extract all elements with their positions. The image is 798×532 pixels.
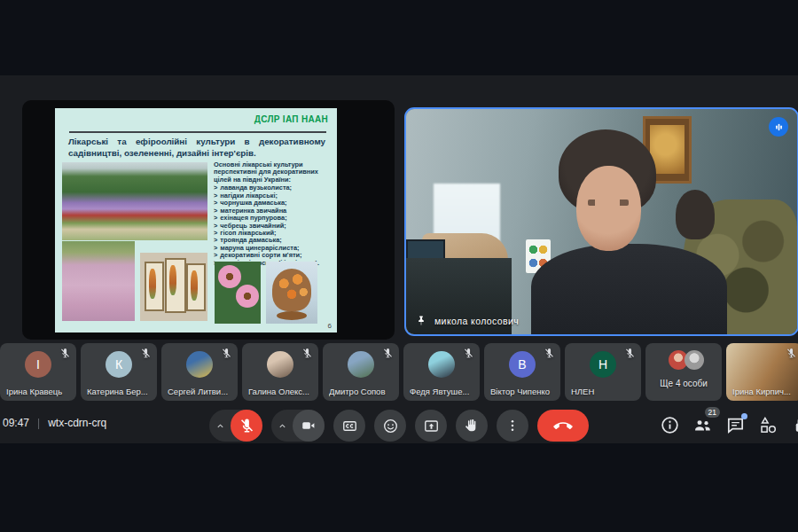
mic-off-icon xyxy=(463,348,474,359)
mic-mute-button[interactable] xyxy=(231,410,262,442)
call-controls xyxy=(209,410,589,442)
mic-off-icon xyxy=(786,348,797,359)
slide-org-heading: ДСЛР ІАП НААН xyxy=(254,114,328,124)
control-bar: 09:47 | wtx-cdrn-crq xyxy=(0,406,798,443)
slide-title: Лікарські та ефіроолійні культури в деко… xyxy=(68,137,325,159)
participant-name: Федя Явтуше... xyxy=(410,387,476,396)
avatar: В xyxy=(509,351,536,378)
avatar: Н xyxy=(590,351,616,378)
slide-photo-flower-path xyxy=(62,241,135,321)
participant-name: Ще 4 особи xyxy=(645,379,722,388)
participant-tile[interactable]: Дмитро Сопов xyxy=(323,343,399,401)
chat-notification-dot xyxy=(741,413,747,419)
participant-name: Катерина Бер... xyxy=(87,387,153,396)
avatar: К xyxy=(106,351,132,378)
slide-bullet-list: >лаванда вузьколиста;>нагідки лікарські;… xyxy=(214,184,329,267)
mic-off-icon xyxy=(221,348,232,359)
video-speaker-eyes xyxy=(588,200,629,207)
participant-tile[interactable]: І Ірина Кравець xyxy=(0,343,76,401)
slide-divider xyxy=(69,131,326,133)
meet-window: м микола колосович (Презентація) ДСЛР ІА… xyxy=(0,0,798,532)
slide-photo-garden xyxy=(62,162,207,240)
right-toolbar: 21 xyxy=(660,415,798,435)
mic-off-icon xyxy=(624,348,636,359)
participants-strip: І Ірина Кравець К Катерина Бер... Сергей… xyxy=(0,343,798,401)
pinned-name: микола колосович xyxy=(434,316,519,326)
slide-photo-framed-herbaria xyxy=(140,253,207,321)
mic-off-icon xyxy=(59,348,71,359)
avatar xyxy=(428,351,455,378)
participant-tile[interactable]: Ще 4 особи xyxy=(645,343,722,401)
camera-options-chevron[interactable] xyxy=(271,410,293,442)
info-icon xyxy=(660,415,680,435)
camera-control-group xyxy=(271,410,325,442)
participant-tile[interactable]: В Віктор Чипенко xyxy=(484,343,560,401)
meeting-info: 09:47 | wtx-cdrn-crq xyxy=(3,417,106,429)
participant-name: Галина Олекс... xyxy=(248,387,315,396)
avatar xyxy=(685,350,704,370)
participant-tile[interactable]: Галина Олекс... xyxy=(242,343,318,401)
pinned-name-overlay: микола колосович xyxy=(415,315,519,327)
audio-wave-icon xyxy=(772,121,786,134)
end-call-button[interactable] xyxy=(537,410,589,442)
slide-bullet-column: Основні лікарські культури перспективні … xyxy=(214,161,329,267)
activities-icon xyxy=(758,415,778,435)
more-options-button[interactable] xyxy=(497,410,528,442)
mic-off-icon xyxy=(382,348,394,359)
participant-name: Ірина Кравець xyxy=(6,387,73,396)
participant-name: Сергей Литви... xyxy=(168,387,234,396)
mic-off-icon xyxy=(544,348,555,359)
mic-off-icon xyxy=(301,348,313,359)
clock: 09:47 xyxy=(3,417,29,429)
video-second-person-head xyxy=(676,190,715,239)
chat-button[interactable] xyxy=(725,415,746,435)
participant-name: Ірина Кирпич... xyxy=(732,387,798,396)
mic-options-chevron[interactable] xyxy=(209,410,231,442)
video-speaker-body xyxy=(531,244,727,336)
camera-button[interactable] xyxy=(293,410,325,442)
pinned-video-tile[interactable]: микола колосович xyxy=(404,107,798,336)
mic-control-group xyxy=(209,410,262,442)
slide: ДСЛР ІАП НААН Лікарські та ефіроолійні к… xyxy=(55,108,337,332)
participant-name: НЛЕН xyxy=(571,387,638,396)
reactions-button[interactable] xyxy=(374,410,406,442)
host-controls-button[interactable] xyxy=(791,415,798,435)
participant-tile[interactable]: Федя Явтуше... xyxy=(403,343,480,401)
video-speaker-face xyxy=(576,166,641,252)
info-divider: | xyxy=(37,417,40,429)
avatar xyxy=(186,351,213,378)
lock-icon xyxy=(791,415,798,435)
slide-page-number: 6 xyxy=(328,322,332,330)
participant-tile[interactable]: К Катерина Бер... xyxy=(81,343,157,401)
participant-tile[interactable]: Ірина Кирпич... xyxy=(726,343,798,401)
slide-photo-dried-bouquet xyxy=(266,262,317,324)
present-button[interactable] xyxy=(415,410,447,442)
people-button[interactable]: 21 xyxy=(692,415,713,435)
mic-off-icon xyxy=(140,348,152,359)
speaking-indicator xyxy=(769,117,788,137)
captions-button[interactable] xyxy=(333,410,365,442)
meeting-code: wtx-cdrn-crq xyxy=(48,417,106,429)
participant-name: Дмитро Сопов xyxy=(329,387,395,396)
activities-button[interactable] xyxy=(758,415,778,435)
presentation-tile[interactable]: ДСЛР ІАП НААН Лікарські та ефіроолійні к… xyxy=(22,100,395,340)
pin-icon xyxy=(415,315,427,327)
raise-hand-button[interactable] xyxy=(456,410,488,442)
meeting-details-button[interactable] xyxy=(660,415,680,435)
participant-tile[interactable]: Сергей Литви... xyxy=(161,343,238,401)
slide-photo-echinacea xyxy=(215,262,261,324)
participant-tile[interactable]: Н НЛЕН xyxy=(565,343,641,401)
avatar: І xyxy=(25,351,51,378)
participant-name: Віктор Чипенко xyxy=(490,387,557,396)
avatar xyxy=(348,351,374,378)
people-icon xyxy=(692,415,713,435)
avatar xyxy=(267,351,293,378)
slide-list-heading: Основні лікарські культури перспективні … xyxy=(214,161,329,184)
people-count-badge: 21 xyxy=(705,407,720,418)
